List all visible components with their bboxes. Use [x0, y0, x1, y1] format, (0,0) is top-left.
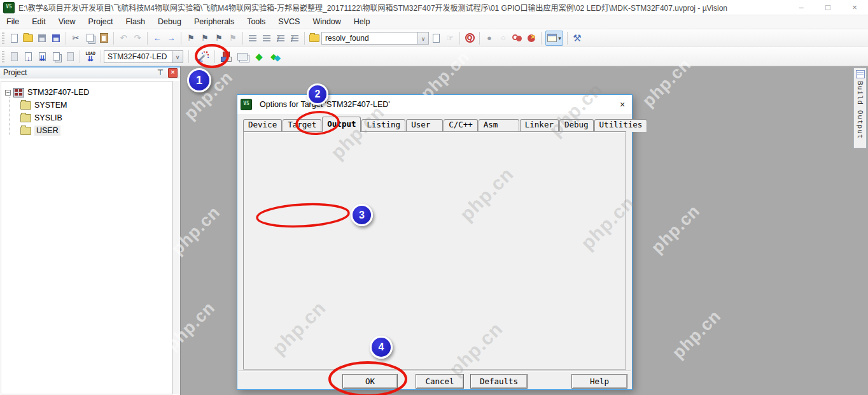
menu-peripherals[interactable]: Peripherals — [188, 15, 241, 29]
menu-file[interactable]: File — [0, 15, 25, 29]
chevron-down-icon[interactable]: ▾ — [558, 35, 561, 41]
indent-left-icon[interactable] — [246, 32, 259, 45]
tree-label[interactable]: STM32F407-LED — [27, 88, 89, 97]
minimize-button[interactable]: – — [788, 0, 815, 15]
navigate-back-icon[interactable]: ← — [151, 32, 164, 45]
open-file-icon[interactable] — [22, 32, 34, 45]
menu-view[interactable]: View — [52, 15, 82, 29]
menu-svcs[interactable]: SVCS — [272, 15, 306, 29]
rebuild-icon[interactable]: ⇊ — [36, 50, 48, 63]
dialog-close-icon[interactable]: × — [613, 99, 632, 110]
tab-debug[interactable]: Debug — [559, 119, 594, 132]
separator — [479, 32, 480, 45]
tab-device[interactable]: Device — [243, 119, 282, 132]
menu-help[interactable]: Help — [347, 15, 377, 29]
target-select-value[interactable]: STM32F407-LED — [104, 52, 172, 61]
tree-label[interactable]: SYSTEM — [34, 101, 67, 110]
separator — [113, 32, 114, 45]
tab-asm[interactable]: Asm — [479, 119, 519, 132]
menu-edit[interactable]: Edit — [25, 15, 52, 29]
help-button[interactable]: Help — [571, 374, 627, 389]
indent-right-icon[interactable] — [260, 32, 273, 45]
menu-flash[interactable]: Flash — [119, 15, 151, 29]
comment-icon[interactable] — [274, 32, 287, 45]
download-load-icon[interactable]: LOAD ⇊ — [83, 50, 98, 64]
find-icon[interactable]: Q — [463, 32, 476, 45]
save-all-icon[interactable] — [50, 32, 62, 45]
dialog-separator — [239, 370, 631, 371]
save-icon[interactable] — [36, 32, 48, 45]
stop-build-icon[interactable] — [64, 50, 76, 63]
green-diamond-icon[interactable]: ◆ — [251, 50, 267, 63]
project-scrollbar[interactable] — [172, 81, 180, 394]
find-in-files-icon[interactable] — [308, 32, 321, 45]
redo-icon[interactable]: ↷ — [131, 32, 144, 45]
bookmark-next-icon[interactable]: ⚑ — [213, 32, 225, 45]
tree-row-system[interactable]: SYSTEM — [20, 99, 67, 111]
tab-linker[interactable]: Linker — [520, 119, 559, 132]
build-icon[interactable]: ↓ — [22, 50, 34, 63]
breakpoint-enable-icon[interactable]: ○ — [497, 32, 510, 45]
batch-build-icon[interactable] — [50, 50, 62, 63]
tree-label[interactable]: USER — [34, 126, 60, 136]
separator — [459, 32, 460, 45]
target-select[interactable]: STM32F407-LED — [104, 50, 172, 63]
dual-diamond-icon[interactable]: ◆◆ — [268, 50, 284, 63]
uvision-app-icon: V5 — [3, 2, 15, 13]
separator — [66, 32, 66, 45]
navigate-forward-icon[interactable]: → — [165, 32, 178, 45]
menu-tools[interactable]: Tools — [241, 15, 272, 29]
menu-window[interactable]: Window — [306, 15, 347, 29]
breakpoint-kill-all-icon[interactable] — [525, 32, 538, 45]
options-for-target-icon[interactable] — [195, 50, 211, 63]
cancel-button[interactable]: Cancel — [416, 374, 464, 389]
close-button[interactable]: × — [841, 0, 868, 15]
copy-icon[interactable] — [83, 32, 96, 45]
step-badge-3: 3 — [351, 204, 373, 226]
manage-components-icon[interactable] — [218, 50, 234, 63]
find-text-icon[interactable] — [430, 32, 442, 45]
search-value[interactable]: resolv_found — [322, 34, 417, 43]
stacked-windows-icon[interactable] — [235, 50, 250, 63]
breakpoint-disable-all-icon[interactable] — [511, 32, 524, 45]
defaults-button[interactable]: Defaults — [470, 374, 528, 389]
window-config-button[interactable]: ▾ — [545, 31, 563, 46]
menu-project[interactable]: Project — [82, 15, 120, 29]
translate-file-icon[interactable] — [8, 50, 20, 63]
project-panel-title: Project — [0, 68, 155, 77]
tab-utilities[interactable]: Utilities — [594, 119, 648, 132]
bookmark-toggle-icon[interactable]: ⚑ — [185, 32, 197, 45]
cut-icon[interactable]: ✂ — [69, 32, 82, 45]
menu-bar: File Edit View Project Flash Debug Perip… — [0, 15, 868, 29]
bookmark-clear-icon[interactable]: ⚑ — [227, 32, 239, 45]
build-output-tab[interactable]: Build Output — [853, 68, 867, 148]
bookmark-prev-icon[interactable]: ⚑ — [199, 32, 211, 45]
paste-icon[interactable] — [97, 32, 110, 45]
search-combobox[interactable]: resolv_found — [321, 32, 418, 45]
search-dropdown-icon[interactable]: ∨ — [418, 32, 429, 45]
tab-listing[interactable]: Listing — [361, 119, 405, 132]
pin-icon[interactable]: ⊤ — [155, 68, 165, 77]
tree-collapse-icon[interactable]: − — [5, 90, 11, 96]
ok-button[interactable]: OK — [342, 374, 398, 389]
target-icon — [13, 88, 24, 97]
tree-row-syslib[interactable]: SYSLIB — [20, 112, 62, 124]
new-file-icon[interactable] — [8, 32, 20, 45]
restore-button[interactable]: □ — [815, 0, 841, 15]
panel-close-icon[interactable]: × — [168, 68, 178, 78]
tab-output[interactable]: Output — [322, 117, 361, 132]
folder-icon — [20, 101, 31, 110]
grep-icon[interactable]: ☞ — [444, 32, 456, 45]
tab-cpp[interactable]: C/C++ — [444, 119, 478, 132]
tab-target[interactable]: Target — [283, 119, 321, 132]
target-dropdown-icon[interactable]: ∨ — [172, 50, 183, 63]
tree-label[interactable]: SYSLIB — [34, 113, 62, 122]
tree-row-user[interactable]: USER — [20, 125, 60, 136]
breakpoint-toggle-icon[interactable]: ● — [483, 32, 496, 45]
tree-row-target[interactable]: − STM32F407-LED — [5, 87, 89, 98]
undo-icon[interactable]: ↶ — [117, 32, 130, 45]
tab-user[interactable]: User — [406, 119, 443, 132]
menu-debug[interactable]: Debug — [151, 15, 188, 29]
wrench-icon[interactable]: ⚒ — [571, 32, 584, 45]
uncomment-icon[interactable] — [288, 32, 301, 45]
